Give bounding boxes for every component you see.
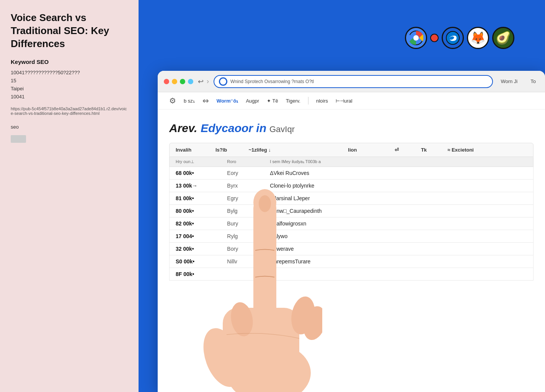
- table-row: 80 00k• Bylg Ponw□_Caurapedinth: [169, 205, 534, 217]
- meta-line2: 15: [11, 77, 128, 85]
- tsh-sem: I sem IMey iludya₁ T003b a: [270, 159, 527, 164]
- page-content-area: Arev. Edycaoor in GavIqr Invalih ls?lb ~…: [158, 109, 545, 392]
- td-col1-8: S0 00k•: [176, 258, 227, 265]
- meta-line3: Taipei: [11, 85, 128, 93]
- td-col3-6: Dalywo: [270, 233, 527, 239]
- tsh-hry: Hry oun⊥: [176, 159, 227, 164]
- td-col2-4: Bylg: [227, 208, 270, 214]
- content-toolbar: ⚙ b sz₁ ⇔ Worm⁻ō₁ Augpr ✦ Tē Tigerv. nlo…: [158, 92, 545, 109]
- td-col1-7: 32 00k•: [176, 246, 227, 252]
- nav-buttons: ↩ ›: [198, 77, 209, 86]
- td-col1-1: 68 00k•: [176, 170, 227, 176]
- traffic-light-green[interactable]: [180, 79, 185, 84]
- meta-line4: 10041: [11, 93, 128, 101]
- browser-content: ⚙ b sz₁ ⇔ Worm⁻ō₁ Augpr ✦ Tē Tigerv. nlo…: [158, 92, 545, 392]
- traffic-light-red[interactable]: [164, 79, 169, 84]
- table-subheader: Hry oun⊥ Roro I sem IMey iludya₁ T003b a: [169, 157, 534, 167]
- firefox-emoji: 🦊: [470, 31, 486, 45]
- address-text: Wnind Sprotech Ovsarrowing ?rnats O?tl: [230, 79, 314, 84]
- td-col3-2: Clonei-lo ptolynrke: [270, 183, 527, 189]
- sidebar: Voice Search vs Traditional SEO: Key Dif…: [0, 0, 139, 392]
- table-row: 32 00k• Bory Eowerave: [169, 243, 534, 255]
- browser-window: ↩ › Wnind Sprotech Ovsarrowing ?rnats O?…: [158, 71, 545, 392]
- td-col1-9: 8F 00k•: [176, 271, 227, 277]
- heading-sub: GavIqr: [269, 124, 295, 134]
- keyword-label: Keyword SEO: [11, 59, 128, 65]
- td-col1-2: 13 00k→: [176, 183, 227, 189]
- meta-line1: 10041????????????50?22???: [11, 69, 128, 77]
- td-col3-1: ΔVkei RuCroves: [270, 170, 527, 176]
- browser-icons-row: 🦊 🥑: [405, 27, 514, 49]
- table-header: Invalih ls?lb ~1zlifeg ↓ lion ⏎ Tk ≈ Exc…: [169, 143, 534, 157]
- browser-chrome-bar: ↩ › Wnind Sprotech Ovsarrowing ?rnats O?…: [158, 71, 545, 92]
- td-col2-1: Eory: [227, 170, 270, 176]
- address-icon: [219, 77, 227, 86]
- toolbar-tigerv[interactable]: Tigerv.: [286, 98, 300, 104]
- traffic-light-yellow[interactable]: [172, 79, 177, 84]
- toolbar-augpr[interactable]: Augpr: [246, 98, 259, 104]
- td-col1-6: 17 004•: [176, 233, 227, 239]
- td-col3-3: Cllarsinal LJeper: [270, 195, 527, 201]
- sidebar-tag-label: seo: [11, 124, 128, 130]
- page-heading: Arev. Edycaoor in GavIqr: [169, 121, 534, 135]
- avocado-icon: 🥑: [492, 27, 514, 49]
- heading-main: Arev. Edycaoor in: [169, 121, 266, 135]
- td-col2-5: Bury: [227, 220, 270, 227]
- tsh-roro: Roro: [227, 159, 270, 164]
- heading-arev: Arev.: [169, 122, 197, 134]
- traffic-lights: [164, 79, 193, 84]
- svg-point-2: [446, 31, 459, 44]
- toolbar-icon-1[interactable]: ⚙: [169, 96, 176, 105]
- nav-forward-button[interactable]: ›: [207, 77, 209, 85]
- th-enter: ⏎: [395, 147, 421, 153]
- firefox-icon: 🦊: [467, 27, 489, 49]
- sidebar-meta: 10041????????????50?22??? 15 Taipei 1004…: [11, 69, 128, 101]
- edge-svg: [446, 31, 460, 45]
- toolbar-worm[interactable]: Worm⁻ō₁: [217, 98, 238, 104]
- browser-tabs-bar: Worn Ji To: [498, 78, 539, 84]
- td-col1-3: 81 00k•: [176, 195, 227, 201]
- heading-edycaoor: Edycaoor in: [201, 122, 266, 134]
- avocado-emoji: 🥑: [496, 31, 511, 45]
- traffic-light-blue[interactable]: [188, 79, 193, 84]
- table-row: 81 00k• Egry Cllarsinal LJeper: [169, 192, 534, 205]
- th-invalih: Invalih: [176, 147, 215, 153]
- td-col2-6: Rylg: [227, 233, 270, 239]
- td-col3-5: Ehalfowigrosxn: [270, 220, 527, 227]
- chrome-icon: [405, 27, 427, 49]
- td-col1-5: 82 00k•: [176, 220, 227, 227]
- td-col2-7: Bory: [227, 246, 270, 252]
- th-lstlb: ls?lb: [215, 147, 249, 153]
- table-row: 8F 00k•: [169, 268, 534, 281]
- td-col2-2: Byrx: [227, 183, 270, 189]
- tab-worn-ji[interactable]: Worn Ji: [501, 78, 517, 84]
- nav-back-button[interactable]: ↩: [198, 77, 204, 86]
- address-bar[interactable]: Wnind Sprotech Ovsarrowing ?rnats O?tl: [214, 75, 493, 88]
- table-row: 68 00k• Eory ΔVkei RuCroves: [169, 167, 534, 180]
- td-col1-4: 80 00k•: [176, 208, 227, 214]
- td-col3-8: OhrepemsTurare: [270, 258, 527, 265]
- edge-icon: [442, 27, 464, 49]
- tab-to[interactable]: To: [530, 78, 536, 84]
- svg-point-1: [413, 35, 419, 41]
- chrome-svg: [409, 31, 423, 45]
- th-tk: Tk: [421, 147, 447, 153]
- toolbar-te[interactable]: ✦ Tē: [267, 98, 278, 104]
- page-title: Voice Search vs Traditional SEO: Key Dif…: [11, 11, 128, 50]
- sidebar-url: https://pub-5c454f571b8e40a3a2aad27ade84…: [11, 106, 128, 116]
- th-excietoni: ≈ Excietoni: [447, 147, 527, 153]
- td-col3-4: Ponw□_Caurapedinth: [270, 208, 527, 214]
- toolbar-icon-2[interactable]: ⇔: [202, 96, 209, 105]
- th-lion: lion: [348, 147, 394, 153]
- td-col2-3: Egry: [227, 195, 270, 201]
- th-lifeg: ~1zlifeg ↓: [249, 147, 348, 153]
- toolbar-divider: [308, 97, 308, 105]
- table-row: 82 00k• Bury Ehalfowigrosxn: [169, 217, 534, 230]
- toolbar-ural[interactable]: ⊢⊣ural: [336, 98, 352, 104]
- sidebar-tag-box: [11, 135, 26, 143]
- dot-red: [430, 34, 439, 42]
- toolbar-nloirs[interactable]: nloirs: [316, 98, 328, 104]
- main-area: 🦊 🥑 ↩ › Wnind Sprotech Ovsarrowing ?rnat…: [139, 0, 545, 392]
- table-row: 13 00k→ Byrx Clonei-lo ptolynrke: [169, 180, 534, 192]
- toolbar-b-sz[interactable]: b sz₁: [184, 98, 195, 104]
